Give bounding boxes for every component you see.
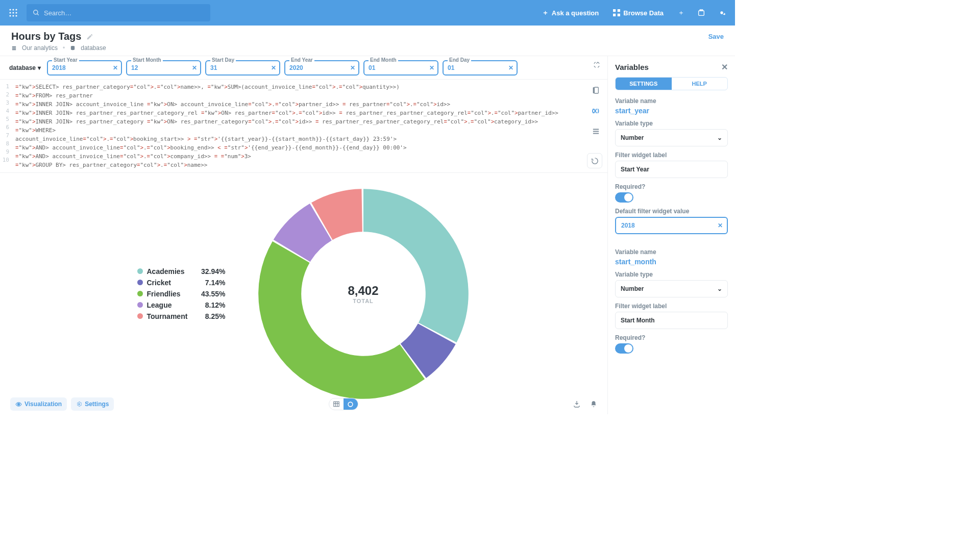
label-variable-name: Variable name: [615, 97, 728, 105]
filter-chip-value: 2018: [52, 64, 66, 71]
svg-rect-11: [613, 9, 616, 12]
required-toggle[interactable]: [615, 192, 633, 203]
label-variable-type: Variable type: [615, 271, 728, 278]
breadcrumb-database[interactable]: database: [81, 44, 106, 52]
search-icon: [33, 9, 40, 16]
required-toggle[interactable]: [615, 343, 633, 354]
filter-chip-start-month[interactable]: Start Month12✕: [126, 60, 201, 76]
chevron-down-icon: ⌄: [717, 285, 722, 292]
view-mode-switch[interactable]: [329, 398, 358, 410]
svg-point-23: [79, 404, 80, 405]
filter-chip-value: 01: [448, 64, 454, 71]
svg-point-8: [15, 15, 17, 16]
filter-chip-end-month[interactable]: End Month01✕: [363, 60, 438, 76]
breadcrumb-collection[interactable]: Our analytics: [22, 44, 58, 52]
svg-rect-21: [593, 133, 598, 134]
legend-row: Academies32.94%: [137, 266, 226, 277]
chart-view-icon[interactable]: [344, 398, 358, 410]
clear-filter-icon[interactable]: ✕: [508, 64, 513, 71]
svg-point-3: [9, 12, 11, 13]
widget-label-input[interactable]: Start Year: [615, 161, 728, 178]
filter-chip-value: 2020: [289, 64, 303, 71]
legend-row: League8.12%: [137, 299, 226, 311]
svg-point-28: [348, 402, 353, 407]
variable-type-select[interactable]: Number⌄: [615, 129, 728, 146]
chevron-down-icon: ⌄: [717, 134, 722, 141]
create-icon[interactable]: ＋: [674, 6, 688, 20]
legend-swatch: [137, 313, 143, 319]
sql-editor[interactable]: ="kw">SELECT> res_partner_category="col"…: [11, 80, 607, 172]
visualization-label: Visualization: [24, 400, 62, 408]
legend-name: League: [147, 301, 193, 309]
svg-point-22: [18, 403, 19, 405]
svg-point-7: [12, 15, 14, 16]
label-required: Required?: [615, 334, 728, 341]
download-icon[interactable]: [573, 400, 581, 408]
chevron-down-icon: ▾: [38, 64, 41, 71]
search-input[interactable]: [44, 9, 204, 17]
breadcrumb-separator: •: [63, 44, 65, 52]
edit-title-icon[interactable]: [86, 33, 93, 40]
svg-rect-19: [593, 129, 598, 130]
filter-chip-start-day[interactable]: Start Day31✕: [205, 60, 280, 76]
legend-row: Friendlies43.55%: [137, 288, 226, 299]
svg-point-1: [12, 9, 14, 10]
browse-data-button[interactable]: Browse Data: [609, 6, 668, 20]
ask-question-button[interactable]: ＋ Ask a question: [538, 5, 603, 20]
label-default-value: Default filter widget value: [615, 208, 728, 215]
variables-icon[interactable]: [589, 104, 602, 117]
database-selector[interactable]: database ▾: [9, 64, 41, 71]
legend-value: 43.55%: [197, 290, 226, 298]
filter-chip-label: End Day: [448, 57, 471, 63]
gear-icon[interactable]: [715, 6, 729, 20]
browse-data-label: Browse Data: [623, 9, 664, 17]
table-view-icon[interactable]: [329, 398, 344, 410]
legend-value: 32.94%: [197, 267, 226, 276]
clear-filter-icon[interactable]: ✕: [350, 64, 355, 71]
database-selector-label: database: [9, 64, 36, 71]
filter-chip-label: End Year: [289, 57, 314, 63]
label-widget-label: Filter widget label: [615, 152, 728, 159]
variable-name: start_month: [615, 258, 728, 266]
ask-question-label: Ask a question: [552, 9, 599, 17]
filter-chip-end-day[interactable]: End Day01✕: [443, 60, 518, 76]
grid-icon: [613, 9, 620, 16]
variable-name: start_year: [615, 107, 728, 115]
close-panel-icon[interactable]: ✕: [721, 62, 728, 72]
clear-filter-icon[interactable]: ✕: [429, 64, 434, 71]
legend-value: 8.25%: [197, 312, 226, 320]
search-box[interactable]: [27, 4, 210, 21]
save-button[interactable]: Save: [708, 33, 724, 40]
filter-chip-end-year[interactable]: End Year2020✕: [284, 60, 359, 76]
data-reference-icon[interactable]: [589, 84, 602, 97]
filter-chip-value: 01: [369, 64, 375, 71]
clear-filter-icon[interactable]: ✕: [271, 64, 276, 71]
chart-legend: Academies32.94%Cricket7.14%Friendlies43.…: [137, 266, 226, 322]
svg-point-9: [34, 10, 38, 14]
svg-point-0: [9, 9, 11, 10]
collapse-editor-icon[interactable]: [593, 61, 600, 68]
clear-default-icon[interactable]: ✕: [718, 222, 723, 229]
default-value-input[interactable]: 2018✕: [615, 217, 728, 234]
tab-help[interactable]: HELP: [672, 78, 728, 90]
alert-icon[interactable]: [590, 400, 597, 408]
collections-icon[interactable]: [694, 6, 708, 20]
filter-chip-start-year[interactable]: Start Year2018✕: [47, 60, 122, 76]
app-logo[interactable]: [6, 6, 20, 20]
database-icon: [70, 45, 76, 51]
display-settings-label: Settings: [85, 400, 109, 408]
snippets-icon[interactable]: [589, 124, 602, 138]
visualization-button[interactable]: Visualization: [10, 397, 67, 411]
clear-filter-icon[interactable]: ✕: [192, 64, 197, 71]
filter-chip-value: 12: [131, 64, 138, 71]
widget-label-input[interactable]: Start Month: [615, 312, 728, 329]
variable-type-select[interactable]: Number⌄: [615, 280, 728, 297]
tab-settings[interactable]: SETTINGS: [616, 78, 672, 90]
clear-filter-icon[interactable]: ✕: [113, 64, 118, 71]
svg-point-2: [15, 9, 17, 10]
donut-chart: 8,402 TOTAL: [256, 187, 471, 401]
legend-swatch: [137, 280, 143, 285]
filter-chip-label: Start Month: [131, 57, 163, 63]
run-query-button[interactable]: [587, 153, 602, 168]
display-settings-button[interactable]: Settings: [71, 397, 114, 411]
